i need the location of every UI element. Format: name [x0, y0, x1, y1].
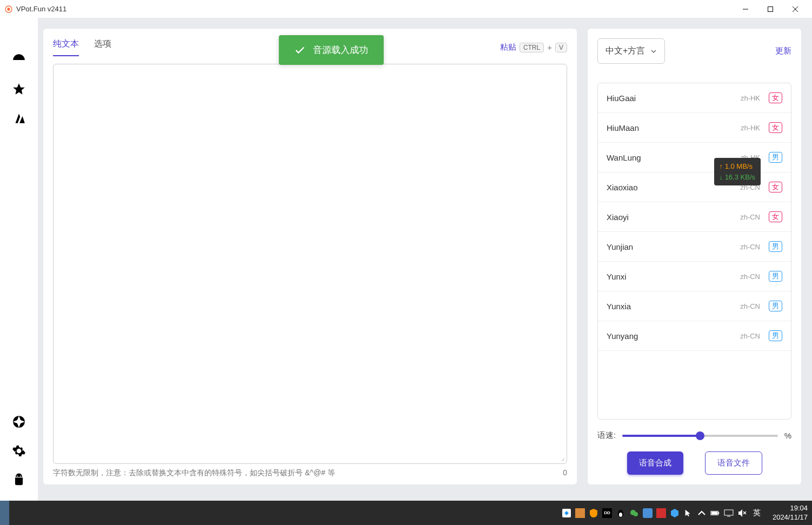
voice-item[interactable]: HiuMaanzh-HK女: [598, 113, 791, 143]
network-tooltip: ↑ 1.0 MB/s ↓ 16.3 KB/s: [714, 158, 761, 185]
volume-muted-icon[interactable]: [737, 508, 747, 518]
svg-point-1: [8, 8, 10, 10]
char-count: 0: [563, 468, 567, 478]
app-logo-icon: [4, 5, 13, 14]
voice-name: Yunxi: [607, 272, 627, 281]
voice-name: HiuGaai: [607, 94, 636, 103]
kbd-v: V: [555, 43, 567, 52]
tab-options[interactable]: 选项: [94, 38, 111, 56]
tray-icon-cloud[interactable]: [643, 508, 653, 518]
speed-row: 语速: %: [597, 420, 791, 449]
voice-item[interactable]: WanLungzh-HK男: [598, 143, 791, 172]
tray-expand-icon[interactable]: [697, 508, 707, 518]
update-link[interactable]: 更新: [775, 46, 791, 56]
gender-badge: 男: [769, 330, 782, 341]
toast-text: 音源载入成功: [313, 44, 368, 56]
taskbar-active-app[interactable]: [0, 501, 9, 525]
umbrella-icon[interactable]: [12, 53, 26, 67]
close-button[interactable]: [783, 1, 808, 18]
minimize-button[interactable]: [733, 1, 758, 18]
tray-icon-dolby[interactable]: DD: [602, 508, 612, 518]
voice-name: Yunxia: [607, 302, 631, 311]
hint-text: 字符数无限制，注意：去除或替换文本中含有的特殊符号，如尖括号破折号 &^@# 等: [53, 468, 335, 478]
titlebar-left: VPot.Fun v2411: [4, 5, 66, 14]
voice-name: Yunjian: [607, 242, 633, 251]
svg-rect-16: [711, 511, 718, 514]
kbd-plus: +: [547, 43, 552, 52]
tab-plaintext[interactable]: 纯文本: [53, 38, 79, 56]
tray-icon-shield[interactable]: [589, 508, 598, 518]
check-icon: [294, 44, 305, 56]
tray-icon-red[interactable]: [656, 508, 666, 518]
titlebar: VPot.Fun v2411: [0, 0, 812, 18]
speed-slider[interactable]: [622, 435, 777, 437]
gear-icon[interactable]: [12, 444, 26, 458]
right-panel: 中文+方言 更新 HiuGaaizh-HK女HiuMaanzh-HK女WanLu…: [588, 29, 801, 484]
svg-rect-3: [768, 6, 773, 11]
language-select[interactable]: 中文+方言: [597, 38, 665, 64]
window-title: VPot.Fun v2411: [16, 5, 66, 13]
tray-icon-cursor[interactable]: [683, 508, 693, 518]
text-input[interactable]: [53, 64, 567, 464]
gender-badge: 男: [769, 301, 782, 311]
voice-name: WanLung: [607, 153, 641, 162]
main-content: 音源载入成功 纯文本 选项 粘贴 CTRL + V 字符数无限制，注意：: [38, 18, 812, 501]
voice-file-button[interactable]: 语音文件: [705, 451, 762, 475]
voice-item[interactable]: Xiaoxiaozh-CN女: [598, 172, 791, 202]
clock-time: 19:04: [773, 504, 808, 513]
android-icon[interactable]: [12, 473, 26, 487]
tray-icon-diamond[interactable]: [562, 508, 571, 518]
system-tray: DD 英 19:04 2024/11/17: [562, 504, 808, 522]
speed-label: 语速:: [597, 430, 616, 441]
ime-indicator[interactable]: 英: [753, 508, 761, 518]
screen-icon[interactable]: [724, 508, 734, 518]
voice-item[interactable]: Yunyangzh-CN男: [598, 321, 791, 351]
azure-icon[interactable]: [12, 111, 26, 125]
net-download: ↓ 16.3 KB/s: [720, 172, 755, 183]
voice-name: Xiaoxiao: [607, 183, 638, 192]
voice-item[interactable]: Yunxizh-CN男: [598, 262, 791, 291]
chevron-down-icon: [650, 48, 657, 55]
voice-name: Yunyang: [607, 331, 638, 341]
tabs: 纯文本 选项: [53, 38, 111, 56]
voice-item[interactable]: Xiaoyizh-CN女: [598, 202, 791, 232]
aperture-icon[interactable]: [12, 415, 26, 429]
voice-name: HiuMaan: [607, 123, 639, 132]
voice-item[interactable]: Yunjianzh-CN男: [598, 232, 791, 262]
window-controls: [733, 1, 808, 18]
tray-icon-penguin[interactable]: [616, 508, 625, 518]
net-upload: ↑ 1.0 MB/s: [720, 161, 755, 172]
tray-icon-window[interactable]: [575, 508, 585, 518]
voice-locale: zh-HK: [741, 124, 760, 132]
kbd-ctrl: CTRL: [520, 43, 544, 52]
taskbar: DD 英 19:04 2024/11/17: [0, 501, 812, 525]
voice-item[interactable]: Yunxiazh-CN男: [598, 291, 791, 321]
voice-locale: zh-CN: [740, 243, 760, 251]
svg-point-11: [619, 513, 622, 517]
gender-badge: 女: [769, 92, 782, 103]
success-toast: 音源载入成功: [278, 35, 383, 65]
battery-icon[interactable]: [710, 508, 720, 518]
clock-date: 2024/11/17: [773, 513, 808, 522]
paste-label: 粘贴: [500, 42, 516, 52]
clock[interactable]: 19:04 2024/11/17: [773, 504, 808, 522]
gender-badge: 女: [769, 211, 782, 222]
speed-unit: %: [784, 431, 791, 440]
gender-badge: 男: [769, 241, 782, 252]
gender-badge: 女: [769, 122, 782, 133]
tray-icon-blue-hex[interactable]: [670, 508, 680, 518]
language-label: 中文+方言: [605, 45, 645, 57]
voice-item[interactable]: HiuGaaizh-HK女: [598, 83, 791, 113]
voice-name: Xiaoyi: [607, 212, 629, 222]
left-rail: [0, 18, 38, 501]
resize-handle-icon[interactable]: [558, 455, 565, 462]
voice-locale: zh-CN: [740, 302, 760, 310]
voice-locale: zh-HK: [741, 94, 760, 102]
svg-point-8: [20, 476, 21, 477]
tray-icon-wechat[interactable]: [629, 508, 639, 518]
voice-list[interactable]: HiuGaaizh-HK女HiuMaanzh-HK女WanLungzh-HK男X…: [597, 83, 791, 420]
star-icon[interactable]: [12, 82, 26, 96]
maximize-button[interactable]: [758, 1, 783, 18]
synthesize-button[interactable]: 语音合成: [627, 451, 683, 475]
paste-hint[interactable]: 粘贴 CTRL + V: [500, 42, 567, 52]
